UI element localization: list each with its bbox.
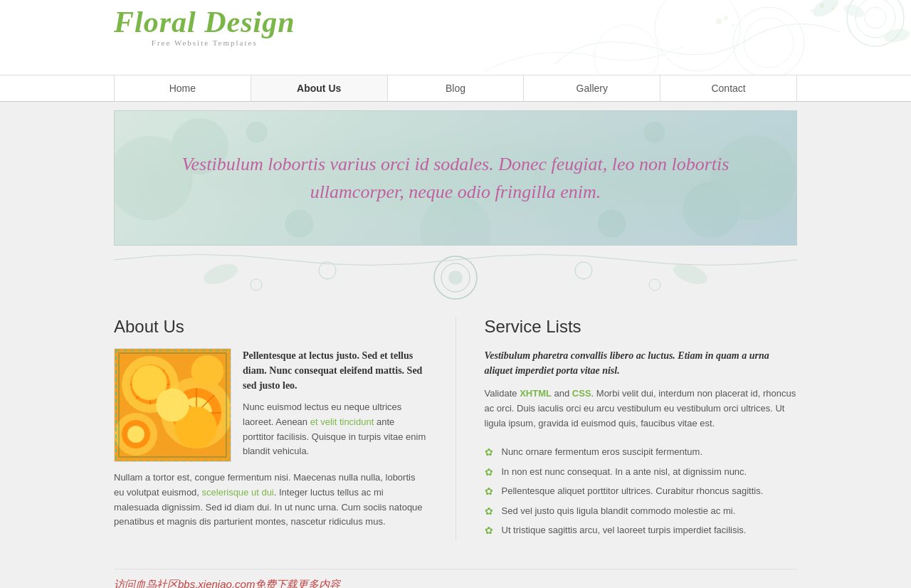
svg-point-8	[842, 1, 866, 19]
main-content: About Us	[114, 303, 797, 569]
site-logo: Floral Design Free Website Templates	[114, 7, 295, 47]
banner-text: Vestibulum lobortis varius orci id sodal…	[157, 150, 754, 206]
svg-point-6	[594, 25, 658, 75]
logo-subtitle: Free Website Templates	[114, 38, 295, 47]
svg-point-51	[127, 426, 144, 443]
services-desc-pre: Validate	[485, 388, 520, 399]
footer-text: 访问血鸟社区bbs.xieniao.com免费下载更多内容	[114, 578, 797, 588]
about-content-block: Pellentesque at lectus justo. Sed et tel…	[114, 348, 427, 471]
footer: 访问血鸟社区bbs.xieniao.com免费下载更多内容	[114, 569, 797, 588]
about-link2[interactable]: scelerisque ut dui	[202, 487, 274, 498]
list-item: Nunc ornare fermentum eros suscipit ferm…	[485, 442, 798, 462]
list-item: In non est nunc consequat. In a ante nis…	[485, 462, 798, 482]
list-item: Sed vel justo quis ligula blandit commod…	[485, 501, 798, 521]
svg-point-9	[883, 27, 911, 44]
xhtml-link[interactable]: XHTML	[520, 388, 552, 399]
list-item: Ut tristique sagittis arcu, vel laoreet …	[485, 520, 798, 540]
column-divider	[456, 317, 456, 540]
logo-text: Floral Design	[114, 7, 295, 37]
navigation: Home About Us Blog Gallery Contact	[0, 75, 911, 102]
services-section: Service Lists Vestibulum pharetra conval…	[485, 317, 798, 540]
banner: Vestibulum lobortis varius orci id sodal…	[114, 110, 797, 246]
svg-point-37	[137, 372, 163, 397]
css-link[interactable]: CSS	[572, 388, 591, 399]
svg-point-49	[115, 413, 157, 456]
svg-point-28	[319, 262, 336, 279]
svg-point-42	[161, 377, 231, 448]
svg-point-15	[732, 23, 734, 26]
about-image-svg	[115, 349, 231, 462]
floral-band	[114, 246, 797, 303]
about-section: About Us	[114, 317, 427, 540]
svg-point-13	[716, 19, 722, 24]
svg-point-35	[122, 356, 179, 413]
nav-item-contact[interactable]: Contact	[660, 75, 797, 101]
svg-point-5	[655, 0, 740, 71]
about-image	[114, 348, 231, 462]
header: Floral Design Free Website Templates	[0, 0, 911, 75]
header-decoration	[413, 0, 911, 75]
svg-point-7	[810, 0, 842, 21]
services-heading: Service Lists	[485, 317, 798, 337]
svg-line-48	[179, 395, 214, 431]
svg-point-31	[649, 279, 660, 290]
svg-point-24	[285, 210, 314, 238]
about-para2: Nullam a tortor est, congue fermentum ni…	[114, 471, 427, 530]
nav-item-about[interactable]: About Us	[251, 75, 388, 101]
svg-line-47	[179, 395, 214, 431]
svg-point-50	[122, 420, 150, 448]
floral-band-svg	[114, 246, 797, 303]
svg-point-44	[181, 397, 212, 429]
nav-item-gallery[interactable]: Gallery	[524, 75, 660, 101]
svg-rect-34	[115, 349, 231, 462]
svg-point-11	[831, 7, 834, 10]
svg-point-21	[246, 122, 268, 143]
svg-point-22	[643, 122, 665, 143]
svg-point-10	[820, 4, 824, 8]
svg-point-30	[251, 279, 262, 290]
svg-point-12	[810, 9, 813, 12]
svg-point-36	[130, 364, 170, 404]
svg-point-23	[598, 210, 626, 238]
svg-rect-52	[116, 350, 231, 461]
services-desc-mid: and	[552, 388, 572, 399]
list-item: Pellentesque aliquet porttitor ultrices.…	[485, 481, 798, 501]
service-list: Nunc ornare fermentum eros suscipit ferm…	[485, 442, 798, 540]
about-link1[interactable]: et velit tincidunt	[310, 416, 374, 427]
nav-item-blog[interactable]: Blog	[388, 75, 525, 101]
about-heading: About Us	[114, 317, 427, 337]
services-intro: Vestibulum pharetra convallis libero ac …	[485, 348, 798, 378]
nav-item-home[interactable]: Home	[114, 75, 251, 101]
svg-point-27	[448, 271, 463, 285]
svg-point-32	[201, 260, 240, 288]
svg-point-43	[172, 388, 221, 438]
nav-inner: Home About Us Blog Gallery Contact	[114, 75, 797, 101]
services-desc: Validate XHTML and CSS. Morbi velit dui,…	[485, 387, 798, 431]
svg-point-29	[575, 262, 592, 279]
svg-line-41	[136, 370, 164, 399]
svg-point-14	[724, 16, 728, 20]
svg-line-40	[136, 370, 164, 399]
svg-point-2	[865, 7, 886, 28]
